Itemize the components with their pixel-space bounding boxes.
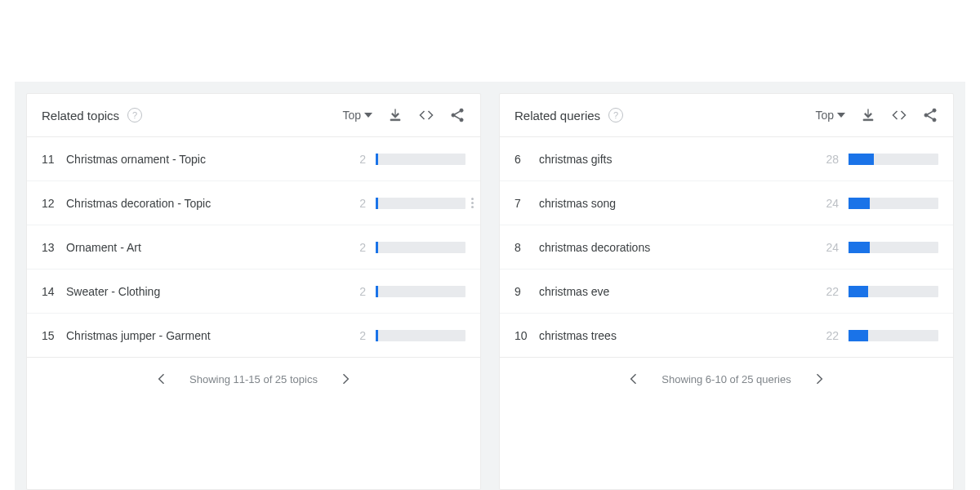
- row-score: 2: [348, 241, 366, 254]
- row-score: 24: [821, 197, 839, 210]
- embed-icon[interactable]: [891, 107, 907, 123]
- download-icon[interactable]: [860, 107, 876, 123]
- row-rank: 12: [42, 197, 66, 210]
- sort-dropdown[interactable]: Top: [342, 109, 372, 122]
- list-row[interactable]: 14Sweater - Clothing2: [27, 270, 480, 314]
- row-rank: 14: [42, 285, 66, 298]
- row-score: 2: [348, 285, 366, 298]
- header-actions: Top: [342, 107, 466, 123]
- row-label: Christmas ornament - Topic: [66, 153, 348, 166]
- next-page-button[interactable]: [337, 371, 354, 387]
- row-bar: [376, 242, 466, 253]
- row-rank: 7: [514, 197, 539, 210]
- row-bar: [376, 198, 466, 209]
- download-icon[interactable]: [387, 107, 403, 123]
- panel-title: Related topics: [42, 109, 119, 122]
- sort-label: Top: [342, 109, 361, 122]
- panel-header: Related topics ? Top: [27, 94, 480, 137]
- pager: Showing 11-15 of 25 topics: [27, 358, 480, 400]
- chevron-down-icon: [837, 113, 845, 118]
- svg-point-0: [460, 109, 463, 112]
- row-score: 28: [821, 153, 839, 166]
- svg-point-3: [933, 109, 936, 112]
- row-label: christmas eve: [539, 285, 821, 298]
- related-topics-panel: Related topics ? Top: [26, 93, 481, 490]
- row-bar: [849, 198, 938, 209]
- list-row[interactable]: 9christmas eve22: [500, 270, 953, 314]
- row-score: 2: [348, 329, 366, 342]
- row-bar: [376, 154, 466, 165]
- row-label: christmas decorations: [539, 241, 821, 254]
- row-rank: 15: [42, 329, 66, 342]
- row-label: Christmas decoration - Topic: [66, 197, 348, 210]
- row-rank: 10: [514, 329, 539, 342]
- panel-header: Related queries ? Top: [500, 94, 953, 137]
- list-row[interactable]: 7christmas song24: [500, 181, 953, 225]
- list-row[interactable]: 15Christmas jumper - Garment2: [27, 314, 480, 358]
- row-score: 24: [821, 241, 839, 254]
- row-rank: 11: [42, 153, 66, 166]
- row-label: Ornament - Art: [66, 241, 348, 254]
- row-label: christmas song: [539, 197, 821, 210]
- sort-dropdown[interactable]: Top: [815, 109, 845, 122]
- row-label: christmas gifts: [539, 153, 821, 166]
- row-bar: [849, 286, 938, 297]
- row-rank: 8: [514, 241, 539, 254]
- row-bar: [849, 330, 938, 341]
- row-score: 22: [821, 285, 839, 298]
- svg-point-4: [924, 114, 928, 117]
- row-label: christmas trees: [539, 329, 821, 342]
- pager-text: Showing 6-10 of 25 queries: [662, 373, 791, 385]
- row-bar: [376, 286, 466, 297]
- embed-icon[interactable]: [418, 107, 434, 123]
- topics-list: 11Christmas ornament - Topic2 12Christma…: [27, 137, 480, 358]
- pager: Showing 6-10 of 25 queries: [500, 358, 953, 400]
- panel-title: Related queries: [514, 109, 600, 122]
- row-score: 2: [348, 197, 366, 210]
- row-rank: 6: [514, 153, 539, 166]
- prev-page-button[interactable]: [626, 371, 642, 387]
- row-menu-button[interactable]: [466, 194, 479, 213]
- list-row[interactable]: 6christmas gifts28: [500, 137, 953, 181]
- list-row[interactable]: 10christmas trees22: [500, 314, 953, 358]
- row-score: 2: [348, 153, 366, 166]
- svg-point-5: [933, 118, 936, 122]
- share-icon[interactable]: [449, 107, 466, 123]
- pager-text: Showing 11-15 of 25 topics: [189, 373, 318, 385]
- queries-list: 6christmas gifts28 7christmas song24 8ch…: [500, 137, 953, 358]
- prev-page-button[interactable]: [154, 371, 170, 387]
- row-label: Christmas jumper - Garment: [66, 329, 348, 342]
- list-row[interactable]: 13Ornament - Art2: [27, 225, 480, 270]
- row-bar: [376, 330, 466, 341]
- share-icon[interactable]: [922, 107, 938, 123]
- row-rank: 9: [514, 285, 539, 298]
- sort-label: Top: [815, 109, 834, 122]
- help-icon[interactable]: ?: [127, 108, 142, 122]
- row-bar: [849, 242, 938, 253]
- svg-point-1: [452, 114, 455, 117]
- content-area: Related topics ? Top: [15, 82, 965, 490]
- list-row[interactable]: 12Christmas decoration - Topic2: [27, 181, 480, 225]
- row-bar: [849, 154, 938, 165]
- header-actions: Top: [815, 107, 938, 123]
- chevron-down-icon: [364, 113, 372, 118]
- next-page-button[interactable]: [811, 371, 827, 387]
- row-rank: 13: [42, 241, 66, 254]
- row-score: 22: [821, 329, 839, 342]
- list-row[interactable]: 8christmas decorations24: [500, 225, 953, 270]
- row-label: Sweater - Clothing: [66, 285, 348, 298]
- related-queries-panel: Related queries ? Top: [499, 93, 954, 490]
- list-row[interactable]: 11Christmas ornament - Topic2: [27, 137, 480, 181]
- svg-point-2: [460, 118, 463, 122]
- help-icon[interactable]: ?: [608, 108, 623, 122]
